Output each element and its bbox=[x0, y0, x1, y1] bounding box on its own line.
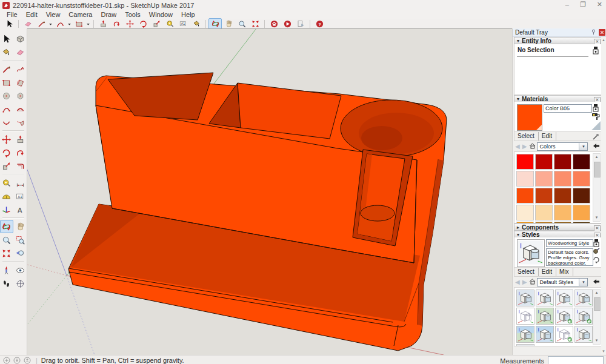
paint-bucket-tool-button[interactable] bbox=[190, 18, 203, 29]
walk-tool-button[interactable] bbox=[0, 277, 13, 290]
section-plane-tool-button[interactable] bbox=[14, 277, 27, 290]
menu-view[interactable]: View bbox=[42, 11, 65, 18]
collapse-arrow-icon[interactable]: ▼ bbox=[514, 233, 522, 237]
collapse-arrow-icon[interactable]: ▼ bbox=[514, 39, 522, 43]
palette-scrollbar[interactable]: ▲ ▼ bbox=[593, 153, 601, 222]
tab-mix[interactable]: Mix bbox=[556, 268, 573, 276]
rectangle-tool-button[interactable] bbox=[0, 76, 13, 89]
paint-bucket-tool-button[interactable] bbox=[0, 45, 13, 59]
axes-tool-button[interactable] bbox=[0, 203, 13, 216]
home-icon[interactable] bbox=[529, 143, 536, 150]
menu-edit[interactable]: Edit bbox=[22, 11, 42, 18]
rectangle-tool-button[interactable] bbox=[72, 18, 85, 29]
details-widget-icon[interactable] bbox=[593, 239, 600, 247]
look-around-tool-button[interactable] bbox=[14, 263, 27, 277]
freehand-tool-button[interactable] bbox=[14, 62, 27, 76]
dropdown-arrow-icon[interactable]: ▼ bbox=[579, 143, 587, 150]
section-header-components[interactable]: ► Components ✕ bbox=[514, 223, 602, 231]
style-thumbnail-11[interactable] bbox=[555, 326, 573, 343]
style-thumbnail-4[interactable] bbox=[574, 290, 593, 306]
line-tool-button[interactable] bbox=[35, 18, 48, 29]
details-widget-icon[interactable] bbox=[592, 46, 599, 55]
scroll-down-icon[interactable]: ▼ bbox=[593, 337, 600, 344]
color-swatch-r2c4[interactable] bbox=[573, 171, 590, 187]
color-swatch-r1c4[interactable] bbox=[573, 154, 590, 170]
tape-measure-tool-button[interactable] bbox=[0, 176, 13, 190]
dropdown-arrow-icon[interactable] bbox=[67, 19, 72, 28]
arc-tool-button[interactable] bbox=[0, 102, 13, 116]
color-swatch-r3c2[interactable] bbox=[535, 188, 553, 204]
eraser-tool-button[interactable] bbox=[14, 45, 27, 59]
sign-in-icon[interactable] bbox=[24, 357, 31, 364]
color-swatch-r1c2[interactable] bbox=[535, 154, 553, 170]
warehouse-tool-button[interactable] bbox=[267, 18, 281, 29]
tray-scrollbar[interactable]: ▲ ▼ bbox=[601, 37, 606, 354]
color-swatch-r3c1[interactable] bbox=[516, 188, 534, 204]
rotate-tool-button[interactable] bbox=[0, 146, 13, 159]
color-swatch-r3c3[interactable] bbox=[554, 188, 571, 204]
three-point-arc-tool-button[interactable] bbox=[0, 116, 13, 129]
line-tool-button[interactable] bbox=[0, 62, 13, 76]
forward-arrow-icon[interactable]: ▶ bbox=[522, 279, 527, 285]
expand-arrow-icon[interactable]: ► bbox=[514, 225, 522, 230]
zoom-extents-tool-button[interactable] bbox=[248, 18, 262, 29]
viewport-3d[interactable] bbox=[27, 28, 512, 355]
geolocation-icon[interactable] bbox=[3, 357, 10, 364]
color-swatch-r2c3[interactable] bbox=[554, 171, 571, 187]
credits-icon[interactable] bbox=[13, 357, 21, 364]
edit-style-icon[interactable] bbox=[593, 248, 600, 256]
tab-edit[interactable]: Edit bbox=[539, 132, 556, 141]
style-thumbnail-10[interactable] bbox=[536, 326, 554, 343]
help-tool-button[interactable]: ? bbox=[313, 18, 326, 29]
push-pull-tool-button[interactable] bbox=[96, 18, 110, 29]
follow-me-tool-button[interactable] bbox=[110, 18, 123, 29]
polygon-tool-button[interactable] bbox=[14, 89, 27, 102]
scale-tool-button[interactable] bbox=[150, 18, 163, 29]
in-model-icon[interactable] bbox=[593, 142, 600, 151]
share-component-tool-button[interactable] bbox=[294, 18, 307, 29]
details-widget-icon[interactable] bbox=[592, 104, 599, 112]
eraser-tool-button[interactable] bbox=[21, 18, 35, 29]
sample-dropper-icon[interactable] bbox=[592, 133, 599, 142]
tab-edit[interactable]: Edit bbox=[539, 268, 556, 276]
styles-scrollbar[interactable]: ▲ ▼ bbox=[593, 289, 601, 345]
current-material-swatch[interactable] bbox=[517, 104, 542, 131]
style-thumbnail-1[interactable] bbox=[516, 290, 534, 306]
follow-me-tool-button[interactable] bbox=[14, 146, 27, 159]
tray-close-button[interactable]: ✕ bbox=[599, 29, 605, 36]
style-thumbnail-3[interactable] bbox=[555, 290, 573, 306]
in-model-icon[interactable] bbox=[593, 278, 600, 286]
style-thumbnail-5[interactable] bbox=[516, 308, 534, 325]
color-swatch-r1c3[interactable] bbox=[554, 154, 571, 170]
pin-icon[interactable] bbox=[590, 29, 596, 36]
color-swatch-r4c1[interactable] bbox=[516, 205, 534, 220]
menu-camera[interactable]: Camera bbox=[64, 11, 96, 18]
dropdown-arrow-icon[interactable] bbox=[48, 19, 53, 28]
rotate-tool-button[interactable] bbox=[136, 18, 150, 29]
dropdown-arrow-icon[interactable] bbox=[85, 19, 91, 28]
tape-measure-tool-button[interactable] bbox=[163, 18, 176, 29]
color-swatch-r2c1[interactable] bbox=[516, 171, 534, 187]
menu-help[interactable]: Help bbox=[177, 11, 199, 18]
dropdown-arrow-icon[interactable]: ▼ bbox=[579, 279, 587, 286]
arc-tool-button[interactable] bbox=[53, 18, 67, 29]
color-swatch-r1c1[interactable] bbox=[516, 154, 534, 170]
select-tool-button[interactable] bbox=[2, 18, 16, 29]
move-tool-button[interactable] bbox=[0, 133, 13, 146]
scroll-down-icon[interactable]: ▼ bbox=[602, 349, 605, 353]
forward-arrow-icon[interactable]: ▶ bbox=[522, 143, 527, 150]
protractor-tool-button[interactable] bbox=[0, 190, 13, 203]
make-component-tool-button[interactable] bbox=[14, 32, 27, 45]
two-point-arc-tool-button[interactable] bbox=[14, 102, 27, 116]
3d-text-tool-button[interactable]: A bbox=[14, 203, 27, 216]
home-icon[interactable] bbox=[529, 279, 536, 286]
collapse-arrow-icon[interactable]: ▼ bbox=[514, 97, 522, 101]
style-thumbnail-13[interactable] bbox=[516, 344, 534, 346]
back-arrow-icon[interactable]: ◀ bbox=[515, 279, 520, 285]
style-thumbnail-12[interactable] bbox=[574, 326, 593, 343]
model-holder[interactable] bbox=[68, 73, 447, 351]
color-swatch-r4c3[interactable] bbox=[554, 205, 571, 220]
move-tool-button[interactable] bbox=[123, 18, 136, 29]
pan-tool-button[interactable] bbox=[222, 18, 235, 29]
rotated-rectangle-tool-button[interactable] bbox=[14, 76, 27, 89]
